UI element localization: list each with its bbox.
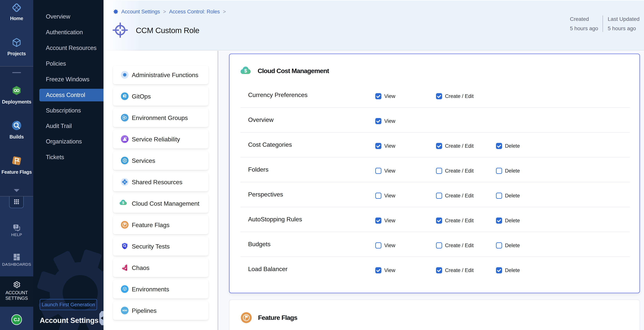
svg-text:$: $	[244, 68, 247, 74]
svg-text:$: $	[122, 201, 124, 205]
svg-text:?: ?	[15, 225, 17, 229]
